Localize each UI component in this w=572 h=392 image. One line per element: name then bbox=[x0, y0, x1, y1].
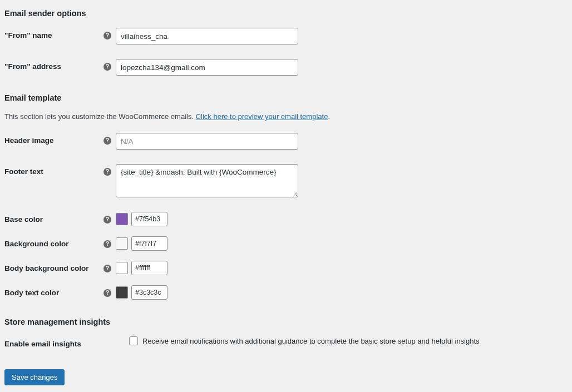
email-template-heading: Email template bbox=[4, 93, 568, 102]
enable-insights-desc: Receive email notifications with additio… bbox=[142, 337, 480, 345]
email-sender-heading: Email sender options bbox=[4, 9, 568, 18]
store-insights-heading: Store management insights bbox=[4, 317, 568, 326]
help-icon[interactable]: ? bbox=[103, 289, 111, 297]
body-text-color-label: Body text color bbox=[4, 289, 103, 297]
footer-text-input[interactable] bbox=[116, 164, 298, 197]
background-color-swatch[interactable] bbox=[116, 237, 128, 250]
save-changes-button[interactable]: Save changes bbox=[4, 369, 65, 385]
body-bg-color-swatch[interactable] bbox=[116, 262, 128, 274]
base-color-label: Base color bbox=[4, 215, 103, 224]
help-icon[interactable]: ? bbox=[103, 216, 111, 224]
base-color-swatch[interactable] bbox=[116, 213, 128, 225]
enable-insights-label: Enable email insights bbox=[4, 340, 116, 348]
header-image-label: Header image bbox=[4, 136, 103, 145]
enable-insights-checkbox[interactable] bbox=[129, 336, 138, 345]
body-bg-color-label: Body background color bbox=[4, 264, 103, 272]
from-address-label: "From" address bbox=[4, 62, 103, 71]
footer-text-label: Footer text bbox=[4, 167, 103, 176]
help-icon[interactable]: ? bbox=[103, 32, 111, 39]
base-color-input[interactable] bbox=[131, 212, 167, 226]
body-bg-color-input[interactable] bbox=[131, 261, 167, 275]
background-color-label: Background color bbox=[4, 240, 103, 248]
help-icon[interactable]: ? bbox=[103, 168, 111, 176]
body-text-color-swatch[interactable] bbox=[116, 286, 128, 299]
body-text-color-input[interactable] bbox=[131, 285, 167, 300]
header-image-input[interactable] bbox=[116, 133, 298, 150]
help-icon[interactable]: ? bbox=[103, 265, 111, 272]
help-icon[interactable]: ? bbox=[103, 63, 111, 71]
preview-template-link[interactable]: Click here to preview your email templat… bbox=[196, 112, 328, 121]
from-name-input[interactable] bbox=[116, 28, 298, 44]
from-address-input[interactable] bbox=[116, 59, 298, 76]
background-color-input[interactable] bbox=[131, 236, 167, 251]
from-name-label: "From" name bbox=[4, 31, 103, 39]
template-description: This section lets you customize the WooC… bbox=[4, 112, 568, 121]
help-icon[interactable]: ? bbox=[103, 137, 111, 145]
help-icon[interactable]: ? bbox=[103, 240, 111, 248]
